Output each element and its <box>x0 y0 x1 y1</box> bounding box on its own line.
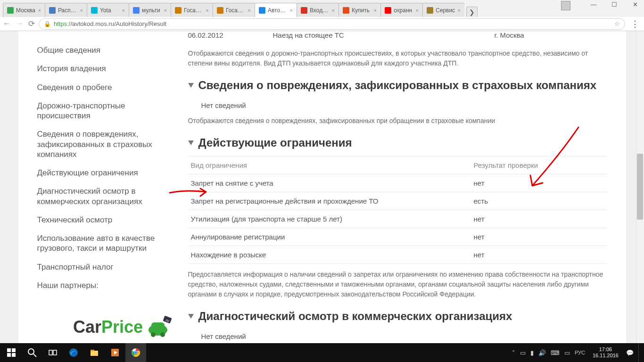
sidebar-item[interactable]: Сведения о пробеге <box>37 82 169 92</box>
tab-label: Госавто <box>184 7 204 14</box>
collapse-toggle-icon[interactable] <box>188 314 194 319</box>
browser-tab[interactable]: мульти× <box>129 3 171 17</box>
diagnostic-no-data: Нет сведений <box>188 329 607 343</box>
sidebar-item[interactable]: Наши партнеры: <box>37 280 169 290</box>
tab-favicon <box>259 7 265 14</box>
tab-favicon <box>175 7 182 14</box>
sidebar-item[interactable]: Действующие ограничения <box>37 168 169 178</box>
url-scheme: https <box>54 20 67 27</box>
partner-carprice-logo[interactable]: CarPrice .ru <box>73 316 172 341</box>
search-button[interactable] <box>22 343 42 362</box>
svg-point-11 <box>28 349 34 354</box>
tab-close-icon[interactable]: × <box>416 8 419 13</box>
sidebar-item[interactable]: Общие сведения <box>37 45 169 55</box>
browser-tab[interactable]: Расписа× <box>45 3 87 17</box>
browser-menu-button[interactable]: ⋮ <box>629 19 641 29</box>
collapse-toggle-icon[interactable] <box>188 140 194 145</box>
maximize-button[interactable]: ☐ <box>607 1 621 10</box>
tab-favicon <box>7 7 14 14</box>
tab-close-icon[interactable]: × <box>332 8 335 13</box>
tab-close-icon[interactable]: × <box>374 8 377 13</box>
browser-tab[interactable]: Автоист× <box>255 3 297 17</box>
tab-label: Сервис <box>436 7 455 14</box>
tab-close-icon[interactable]: × <box>164 8 167 13</box>
section-header-damage: Сведения о повреждениях, зафиксированных… <box>188 79 607 92</box>
restriction-result: нет <box>471 210 607 228</box>
table-row: Запрет на снятие с учетанет <box>188 174 607 192</box>
dtp-description: Отображаются сведения о дорожно-транспор… <box>188 49 607 68</box>
tray-notifications-icon[interactable]: 💬 <box>626 349 634 356</box>
sidebar-item[interactable]: Сведения о повреждениях, зафиксированных… <box>37 129 169 159</box>
tray-network-icon[interactable]: ▮ <box>530 349 534 356</box>
svg-rect-8 <box>12 348 16 352</box>
restriction-kind: Утилизация (для транспорта не старше 5 л… <box>188 210 471 228</box>
tab-label: охранн <box>394 7 412 14</box>
tray-date: 16.11.2016 <box>593 353 619 359</box>
svg-point-15 <box>69 348 78 357</box>
minimize-button[interactable]: — <box>586 1 601 10</box>
section-header-diagnostic: Диагностический осмотр в коммерческих ор… <box>188 310 607 323</box>
browser-tab[interactable]: Сервис× <box>422 3 464 17</box>
sidebar-item[interactable]: Использование авто в качестве грузового,… <box>37 233 169 254</box>
svg-text:CarPrice: CarPrice <box>73 317 143 337</box>
sidebar-item[interactable]: Дорожно-транспортные происшествия <box>37 101 169 121</box>
close-window-button[interactable]: ✕ <box>628 1 642 10</box>
tab-close-icon[interactable]: × <box>80 8 83 13</box>
tab-favicon <box>343 7 349 14</box>
tray-input-icon[interactable]: ⌨ <box>551 349 560 356</box>
bookmark-star-icon[interactable]: ☆ <box>614 20 620 27</box>
collapse-toggle-icon[interactable] <box>188 83 194 88</box>
tray-language[interactable]: РУС <box>575 350 585 355</box>
section-header-restrictions: Действующие ограничения <box>188 136 607 149</box>
show-desktop-button[interactable] <box>638 343 641 362</box>
browser-tab[interactable]: Yota× <box>87 3 129 17</box>
profile-icon[interactable] <box>561 1 570 10</box>
main-content: 06.02.2012 Наезд на стоящее ТС г. Москва… <box>188 31 607 343</box>
page-viewport: Общие сведенияИстория владенияСведения о… <box>0 31 644 343</box>
tray-volume-icon[interactable]: 🔊 <box>538 349 546 356</box>
tab-label: Входящ <box>310 7 330 14</box>
taskbar-app-edge[interactable] <box>63 343 84 362</box>
scrollbar-track[interactable] <box>636 31 644 343</box>
browser-tab[interactable]: Купить× <box>339 3 381 17</box>
tab-close-icon[interactable]: × <box>248 8 251 13</box>
tab-close-icon[interactable]: × <box>206 8 209 13</box>
taskbar-app-explorer[interactable] <box>84 343 105 362</box>
tab-label: Купить <box>352 7 370 14</box>
sidebar-item[interactable]: Диагностический осмотр в коммерческих ор… <box>37 186 169 206</box>
tab-close-icon[interactable]: × <box>38 8 41 13</box>
browser-tab[interactable]: Москва× <box>3 3 45 17</box>
nav-reload-button[interactable]: ⟳ <box>28 19 35 29</box>
tab-close-icon[interactable]: × <box>122 8 125 13</box>
new-tab-button[interactable]: ❯ <box>466 7 478 17</box>
tray-chevron-icon[interactable]: ˄ <box>512 349 515 356</box>
taskbar-app-media[interactable] <box>105 343 125 362</box>
browser-tab[interactable]: Входящ× <box>297 3 339 17</box>
svg-rect-9 <box>7 353 11 357</box>
taskbar-app-chrome[interactable] <box>125 343 146 362</box>
tab-favicon <box>133 7 140 14</box>
tray-battery-icon[interactable]: ▭ <box>520 349 526 356</box>
section-title: Диагностический осмотр в коммерческих ор… <box>198 310 512 323</box>
tray-keyboard-icon[interactable]: ▭ <box>564 349 570 356</box>
restriction-kind: Аннулирование регистрации <box>188 228 471 246</box>
address-bar[interactable]: 🔒 https://avtokod.mos.ru/AutoHistory/Res… <box>39 18 625 30</box>
sidebar-item[interactable]: Транспортный налог <box>37 262 169 272</box>
sidebar-item[interactable]: История владения <box>37 64 169 74</box>
table-row: Нахождение в розыскенет <box>188 246 607 264</box>
restriction-kind: Запрет на снятие с учета <box>188 174 471 192</box>
tab-label: Москва <box>16 7 35 14</box>
sidebar-item[interactable]: Технический осмотр <box>37 215 169 225</box>
restrictions-table: Вид ограничения Результат проверки Запре… <box>188 156 607 264</box>
browser-tab[interactable]: Госавто× <box>171 3 213 17</box>
tray-clock[interactable]: 17:06 16.11.2016 <box>590 346 621 358</box>
browser-tab[interactable]: Госавто× <box>213 3 255 17</box>
scrollbar-thumb[interactable] <box>637 154 643 220</box>
start-button[interactable] <box>1 343 22 362</box>
nav-forward-button[interactable]: → <box>16 19 24 29</box>
tab-close-icon[interactable]: × <box>458 8 461 13</box>
browser-tab[interactable]: охранн× <box>380 3 423 17</box>
tab-close-icon[interactable]: × <box>290 8 293 13</box>
task-view-button[interactable] <box>42 343 63 362</box>
nav-back-button[interactable]: ← <box>3 19 11 29</box>
